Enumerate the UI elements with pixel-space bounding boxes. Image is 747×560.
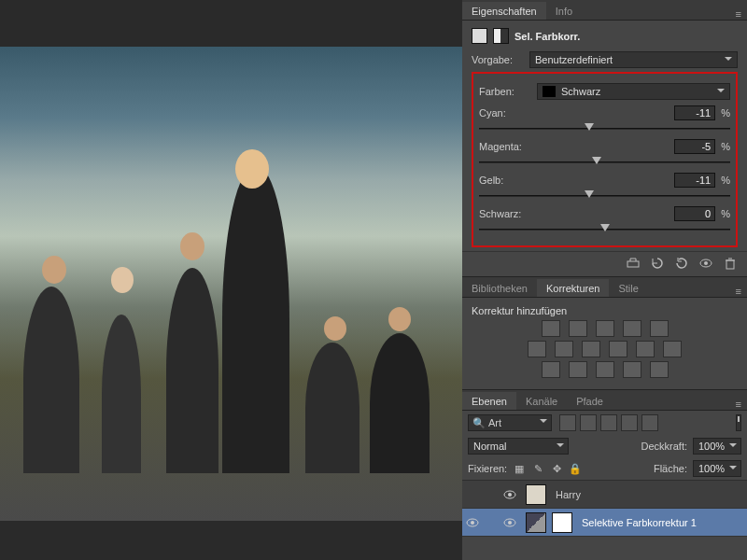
selective-color-icon[interactable] [650, 361, 669, 378]
fx-visibility-icon[interactable] [503, 488, 520, 501]
layer-thumb-icon [526, 484, 546, 505]
adjustment-thumb-icon [526, 512, 546, 533]
lock-transparent-icon[interactable]: ▦ [513, 462, 526, 475]
slider-label: Cyan: [479, 107, 674, 119]
filter-shape-icon[interactable] [621, 414, 638, 431]
layer-filter-dropdown[interactable]: 🔍 Art [468, 414, 552, 431]
bw-icon[interactable] [582, 341, 600, 357]
opacity-input[interactable]: 100% [693, 438, 741, 455]
slider-track[interactable] [479, 156, 730, 167]
slider-label: Gelb: [479, 175, 674, 186]
slider-track[interactable] [479, 189, 730, 201]
layer-mask-icon [552, 512, 572, 533]
layer-name[interactable]: Selektive Farbkorrektur 1 [578, 517, 743, 528]
svg-rect-0 [627, 261, 639, 267]
colors-dropdown[interactable]: Schwarz [537, 83, 730, 100]
lock-label: Fixieren: [468, 463, 507, 474]
filter-pixel-icon[interactable] [559, 414, 576, 431]
layer-name[interactable]: Harry [552, 489, 743, 500]
channel-mixer-icon[interactable] [636, 341, 655, 357]
filter-smart-icon[interactable] [641, 414, 658, 431]
tab-properties[interactable]: Eigenschaften [462, 2, 546, 20]
photo-filter-icon[interactable] [609, 341, 627, 357]
visibility-icon[interactable] [698, 256, 713, 271]
properties-tabbar: Eigenschaften Info ≡ [462, 0, 747, 21]
slider-track[interactable] [479, 122, 730, 133]
tab-paths[interactable]: Pfade [567, 392, 613, 410]
fill-label: Fläche: [654, 463, 687, 474]
slider-value-input[interactable] [674, 206, 715, 221]
blend-mode-dropdown[interactable]: Normal [468, 438, 569, 455]
filter-adjust-icon[interactable] [580, 414, 597, 431]
fx-visibility-icon[interactable] [503, 516, 520, 529]
panel-menu-icon[interactable]: ≡ [730, 8, 747, 20]
svg-rect-3 [726, 260, 734, 269]
panel-menu-icon[interactable]: ≡ [730, 286, 747, 297]
layer-row[interactable]: Harry [462, 481, 747, 509]
image-preview [0, 47, 462, 521]
lock-paint-icon[interactable]: ✎ [531, 462, 544, 475]
curves-icon[interactable] [596, 320, 614, 337]
svg-point-9 [508, 521, 512, 525]
color-lookup-icon[interactable] [663, 341, 682, 357]
filter-toggle[interactable] [736, 414, 741, 431]
threshold-icon[interactable] [596, 361, 614, 378]
percent-label: % [721, 175, 730, 186]
invert-icon[interactable] [542, 361, 560, 378]
clip-icon[interactable] [626, 256, 641, 271]
slider-value-input[interactable] [674, 105, 715, 120]
levels-icon[interactable] [569, 320, 587, 337]
opacity-label: Deckkraft: [641, 441, 687, 452]
reset-icon[interactable] [674, 256, 689, 271]
color-swatch-icon [543, 86, 556, 97]
exposure-icon[interactable] [623, 320, 641, 337]
hue-sat-icon[interactable] [528, 341, 546, 357]
svg-point-7 [471, 521, 474, 525]
slider-value-input[interactable] [674, 139, 715, 154]
properties-footer [462, 251, 747, 276]
tab-channels[interactable]: Kanäle [516, 392, 567, 410]
preset-label: Vorgabe: [472, 54, 524, 65]
svg-point-2 [704, 261, 708, 265]
slider-label: Schwarz: [479, 208, 674, 219]
slider-value-input[interactable] [674, 173, 715, 188]
slider-track[interactable] [479, 223, 730, 234]
visibility-toggle-icon[interactable] [466, 516, 483, 529]
tab-corrections[interactable]: Korrekturen [537, 279, 609, 297]
document-canvas[interactable] [0, 0, 462, 560]
gradient-map-icon[interactable] [623, 361, 641, 378]
svg-point-5 [508, 493, 512, 497]
percent-label: % [721, 141, 730, 152]
trash-icon[interactable] [723, 256, 738, 271]
search-icon: 🔍 [472, 417, 486, 429]
layer-row[interactable]: Selektive Farbkorrektur 1 [462, 509, 747, 537]
fill-input[interactable]: 100% [693, 460, 741, 477]
tab-libraries[interactable]: Bibliotheken [462, 279, 537, 297]
layers-tabbar: Ebenen Kanäle Pfade ≡ [462, 390, 747, 411]
prev-state-icon[interactable] [650, 256, 665, 271]
tab-layers[interactable]: Ebenen [462, 392, 516, 410]
highlighted-controls: Farben: Schwarz Cyan: % Magenta: % Gelb:… [472, 72, 738, 247]
tab-info[interactable]: Info [546, 2, 582, 20]
panel-menu-icon[interactable]: ≡ [730, 399, 747, 410]
tab-styles[interactable]: Stile [609, 279, 647, 297]
percent-label: % [721, 107, 730, 119]
adjustment-type-icon [472, 28, 487, 44]
slider-label: Magenta: [479, 141, 674, 152]
lock-all-icon[interactable]: 🔒 [569, 462, 582, 475]
vibrance-icon[interactable] [650, 320, 669, 337]
add-adjustment-label: Korrektur hinzufügen [472, 305, 738, 316]
percent-label: % [721, 208, 730, 219]
preset-dropdown[interactable]: Benutzerdefiniert [529, 51, 738, 68]
color-balance-icon[interactable] [555, 341, 573, 357]
colors-label: Farben: [479, 86, 531, 97]
lock-move-icon[interactable]: ✥ [550, 462, 563, 475]
adjustment-title: Sel. Farbkorr. [514, 31, 580, 42]
mask-icon[interactable] [493, 28, 509, 44]
brightness-contrast-icon[interactable] [542, 320, 560, 337]
corrections-tabbar: Bibliotheken Korrekturen Stile ≡ [462, 277, 747, 298]
filter-type-icon[interactable] [600, 414, 617, 431]
posterize-icon[interactable] [569, 361, 587, 378]
